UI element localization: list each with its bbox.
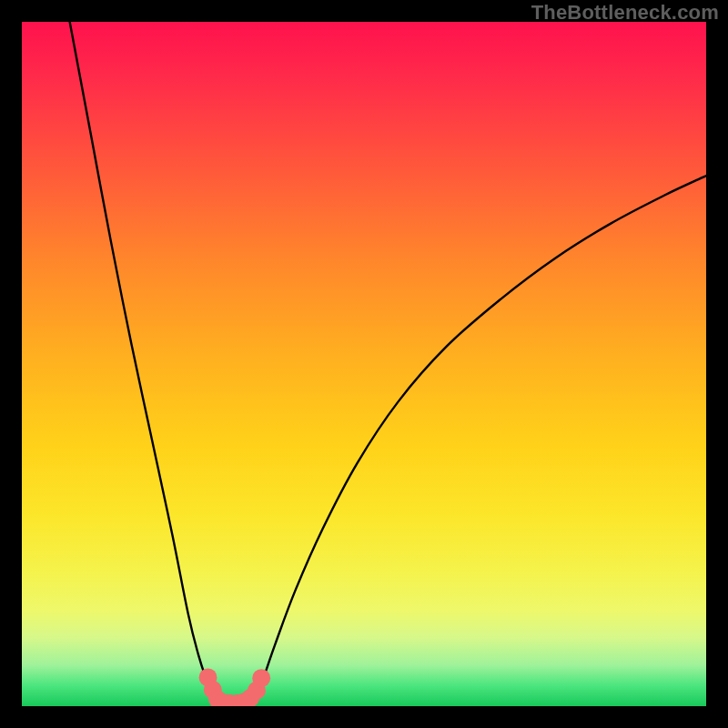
valley-marker xyxy=(252,669,270,687)
attribution-label: TheBottleneck.com xyxy=(531,1,719,25)
bottleneck-curve xyxy=(70,22,706,705)
outer-frame: TheBottleneck.com xyxy=(0,0,728,728)
curve-svg xyxy=(22,22,706,706)
valley-markers-group xyxy=(199,668,271,706)
plot-area xyxy=(22,22,706,706)
